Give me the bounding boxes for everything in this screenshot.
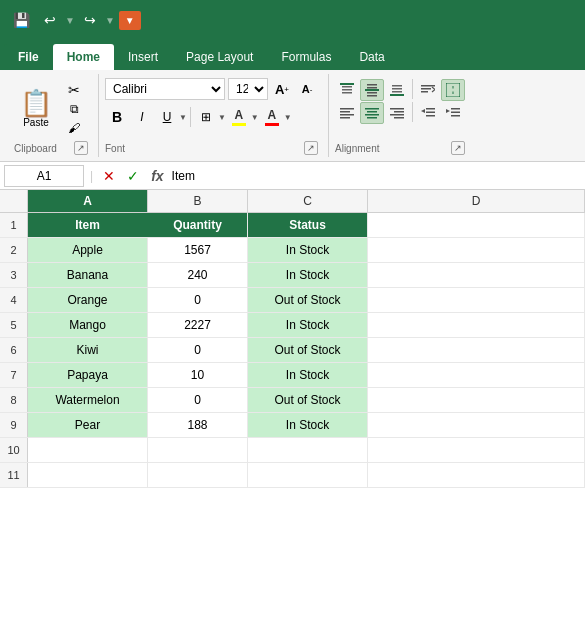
save-button[interactable]: 💾 — [8, 9, 35, 31]
cell-a7[interactable]: Papaya — [28, 363, 148, 387]
font-color-dropdown-arrow[interactable]: ▼ — [284, 113, 292, 122]
col-header-a[interactable]: A — [28, 190, 148, 212]
cell-d11[interactable] — [368, 463, 585, 487]
cell-d10[interactable] — [368, 438, 585, 462]
tab-data[interactable]: Data — [345, 44, 398, 70]
cell-d7[interactable] — [368, 363, 585, 387]
customize-quick-access-button[interactable]: ▼ — [119, 11, 141, 30]
cell-a11[interactable] — [28, 463, 148, 487]
cell-b10[interactable] — [148, 438, 248, 462]
cell-c7[interactable]: In Stock — [248, 363, 368, 387]
row-num-7[interactable]: 7 — [0, 363, 28, 387]
border-button[interactable]: ⊞ — [194, 106, 218, 128]
col-header-c[interactable]: C — [248, 190, 368, 212]
redo-button[interactable]: ↪ — [79, 9, 101, 31]
row-num-9[interactable]: 9 — [0, 413, 28, 437]
clipboard-expand-button[interactable]: ↗ — [74, 141, 88, 155]
font-family-select[interactable]: Calibri — [105, 78, 225, 100]
formula-confirm-button[interactable]: ✓ — [123, 166, 143, 186]
tab-home[interactable]: Home — [53, 44, 114, 70]
cell-b7[interactable]: 10 — [148, 363, 248, 387]
row-num-2[interactable]: 2 — [0, 238, 28, 262]
cell-b5[interactable]: 2227 — [148, 313, 248, 337]
cell-b8[interactable]: 0 — [148, 388, 248, 412]
row-num-8[interactable]: 8 — [0, 388, 28, 412]
increase-font-size-button[interactable]: A+ — [271, 78, 293, 100]
cell-a3[interactable]: Banana — [28, 263, 148, 287]
tab-formulas[interactable]: Formulas — [267, 44, 345, 70]
cell-a1[interactable]: Item — [28, 213, 148, 237]
tab-page-layout[interactable]: Page Layout — [172, 44, 267, 70]
cell-c6[interactable]: Out of Stock — [248, 338, 368, 362]
cell-d6[interactable] — [368, 338, 585, 362]
format-painter-button[interactable]: 🖌 — [60, 119, 88, 137]
col-header-d[interactable]: D — [368, 190, 585, 212]
font-color-button[interactable]: A — [260, 106, 284, 128]
formula-input[interactable] — [172, 165, 581, 187]
fill-dropdown-arrow[interactable]: ▼ — [251, 113, 259, 122]
cut-button[interactable]: ✂ — [60, 81, 88, 99]
decrease-font-size-button[interactable]: A- — [296, 78, 318, 100]
cell-c10[interactable] — [248, 438, 368, 462]
alignment-expand-button[interactable]: ↗ — [451, 141, 465, 155]
merge-center-button[interactable] — [441, 79, 465, 101]
cell-d1[interactable] — [368, 213, 585, 237]
tab-insert[interactable]: Insert — [114, 44, 172, 70]
row-num-11[interactable]: 11 — [0, 463, 28, 487]
cell-b3[interactable]: 240 — [148, 263, 248, 287]
cell-d2[interactable] — [368, 238, 585, 262]
underline-button[interactable]: U — [155, 106, 179, 128]
cell-c4[interactable]: Out of Stock — [248, 288, 368, 312]
cell-a4[interactable]: Orange — [28, 288, 148, 312]
tab-file[interactable]: File — [4, 44, 53, 70]
cell-d4[interactable] — [368, 288, 585, 312]
middle-align-button[interactable] — [360, 79, 384, 101]
cell-a6[interactable]: Kiwi — [28, 338, 148, 362]
cell-c9[interactable]: In Stock — [248, 413, 368, 437]
row-num-6[interactable]: 6 — [0, 338, 28, 362]
cell-a2[interactable]: Apple — [28, 238, 148, 262]
fill-color-button[interactable]: A — [227, 106, 251, 128]
font-expand-button[interactable]: ↗ — [304, 141, 318, 155]
cell-reference-input[interactable] — [4, 165, 84, 187]
cell-c3[interactable]: In Stock — [248, 263, 368, 287]
copy-button[interactable]: ⧉ — [60, 100, 88, 118]
center-align-button[interactable] — [360, 102, 384, 124]
cell-b2[interactable]: 1567 — [148, 238, 248, 262]
right-align-button[interactable] — [385, 102, 409, 124]
font-size-select[interactable]: 12 — [228, 78, 268, 100]
row-num-10[interactable]: 10 — [0, 438, 28, 462]
undo-button[interactable]: ↩ — [39, 9, 61, 31]
row-num-3[interactable]: 3 — [0, 263, 28, 287]
cell-a9[interactable]: Pear — [28, 413, 148, 437]
cell-c8[interactable]: Out of Stock — [248, 388, 368, 412]
cell-b4[interactable]: 0 — [148, 288, 248, 312]
increase-indent-button[interactable] — [441, 102, 465, 124]
cell-c2[interactable]: In Stock — [248, 238, 368, 262]
left-align-button[interactable] — [335, 102, 359, 124]
cell-d9[interactable] — [368, 413, 585, 437]
cell-b11[interactable] — [148, 463, 248, 487]
cell-c1[interactable]: Status — [248, 213, 368, 237]
row-num-4[interactable]: 4 — [0, 288, 28, 312]
row-num-1[interactable]: 1 — [0, 213, 28, 237]
cell-a10[interactable] — [28, 438, 148, 462]
cell-a5[interactable]: Mango — [28, 313, 148, 337]
cell-b1[interactable]: Quantity — [148, 213, 248, 237]
decrease-indent-button[interactable] — [416, 102, 440, 124]
wrap-text-button[interactable] — [416, 79, 440, 101]
cell-a8[interactable]: Watermelon — [28, 388, 148, 412]
cell-d3[interactable] — [368, 263, 585, 287]
cell-b9[interactable]: 188 — [148, 413, 248, 437]
col-header-b[interactable]: B — [148, 190, 248, 212]
cell-d8[interactable] — [368, 388, 585, 412]
italic-button[interactable]: I — [130, 106, 154, 128]
paste-button[interactable]: 📋 Paste — [14, 80, 58, 138]
formula-cancel-button[interactable]: ✕ — [99, 166, 119, 186]
fx-button[interactable]: fx — [147, 166, 167, 186]
cell-b6[interactable]: 0 — [148, 338, 248, 362]
row-num-5[interactable]: 5 — [0, 313, 28, 337]
underline-dropdown-arrow[interactable]: ▼ — [179, 113, 187, 122]
bottom-align-button[interactable] — [385, 79, 409, 101]
cell-c5[interactable]: In Stock — [248, 313, 368, 337]
